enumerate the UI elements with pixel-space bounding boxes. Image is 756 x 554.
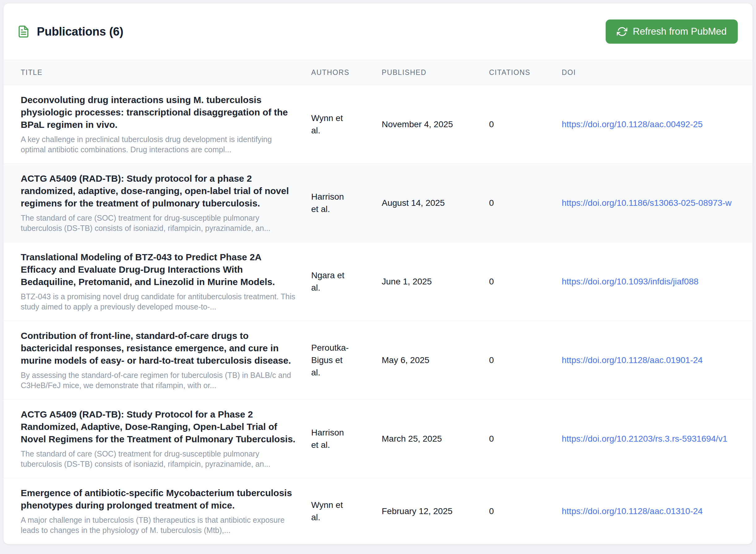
publication-title-cell: Deconvoluting drug interactions using M.… [21,94,311,155]
publication-doi-cell: https://doi.org/10.1093/infdis/jiaf088 [562,277,740,287]
publication-authors: Harrison et al. [311,191,353,215]
publication-citations-count: 0 [489,198,562,208]
doi-link[interactable]: https://doi.org/10.1128/aac.00492-25 [562,119,703,129]
publication-published-date: May 6, 2025 [382,355,489,365]
publication-citations-count: 0 [489,434,562,444]
column-header-doi: DOI [562,68,740,77]
table-row: ACTG A5409 (RAD-TB): Study Protocol for … [3,399,753,478]
publication-title: ACTG A5409 (RAD-TB): Study Protocol for … [21,408,296,445]
column-header-title: Title [21,68,311,77]
table-row: ACTG A5409 (RAD-TB): Study protocol for … [3,164,753,242]
table-row: Emergence of antibiotic-specific Mycobac… [3,478,753,544]
publication-excerpt: The standard of care (SOC) treatment for… [21,213,296,233]
table-row: Translational Modeling of BTZ-043 to Pre… [3,242,753,321]
publication-doi-cell: https://doi.org/10.1128/aac.01310-24 [562,506,740,516]
publication-citations-count: 0 [489,355,562,365]
publication-title-cell: Emergence of antibiotic-specific Mycobac… [21,487,311,536]
refresh-icon [617,26,627,37]
table-row: Contribution of front-line, standard-of-… [3,321,753,399]
card-header-left: Publications (6) [17,24,123,39]
publication-title: Contribution of front-line, standard-of-… [21,330,296,367]
publication-citations-count: 0 [489,506,562,516]
publication-authors: Wynn et al. [311,112,353,137]
publications-table-body: Deconvoluting drug interactions using M.… [3,85,753,544]
column-header-authors: Authors [311,68,382,77]
publication-authors: Wynn et al. [311,499,353,524]
publication-authors: Peroutka-Bigus et al. [311,342,353,379]
refresh-button-label: Refresh from PubMed [633,26,727,37]
publication-doi-cell: https://doi.org/10.1128/aac.00492-25 [562,119,740,129]
doi-link[interactable]: https://doi.org/10.1128/aac.01310-24 [562,506,703,516]
doi-link[interactable]: https://doi.org/10.1093/infdis/jiaf088 [562,277,698,286]
publication-citations-count: 0 [489,277,562,287]
table-header-row: Title Authors Published Citations DOI [3,60,753,85]
publication-published-date: November 4, 2025 [382,119,489,129]
doi-link[interactable]: https://doi.org/10.21203/rs.3.rs-5931694… [562,434,727,444]
refresh-from-pubmed-button[interactable]: Refresh from PubMed [606,19,738,44]
publication-doi-cell: https://doi.org/10.1128/aac.01901-24 [562,355,740,365]
publication-excerpt: A key challenge in preclinical tuberculo… [21,134,296,155]
publication-citations-count: 0 [489,119,562,129]
publication-excerpt: The standard of care (SOC) treatment for… [21,449,296,469]
publication-published-date: February 12, 2025 [382,506,489,516]
doi-link[interactable]: https://doi.org/10.1128/aac.01901-24 [562,355,703,365]
page-title: Publications (6) [37,25,123,38]
publication-title-cell: Translational Modeling of BTZ-043 to Pre… [21,251,311,312]
column-header-citations: Citations [489,68,562,77]
publications-card: Publications (6) Refresh from PubMed Tit… [3,3,753,544]
table-row: Deconvoluting drug interactions using M.… [3,85,753,164]
doi-link[interactable]: https://doi.org/10.1186/s13063-025-08973… [562,198,732,208]
publication-excerpt: A major challenge in tuberculosis (TB) t… [21,515,296,536]
publication-title: Deconvoluting drug interactions using M.… [21,94,296,131]
card-header: Publications (6) Refresh from PubMed [3,3,753,60]
publication-authors: Ngara et al. [311,269,353,294]
publication-title: ACTG A5409 (RAD-TB): Study protocol for … [21,172,296,210]
column-header-published: Published [382,68,489,77]
publication-published-date: March 25, 2025 [382,434,489,444]
publication-title: Translational Modeling of BTZ-043 to Pre… [21,251,296,288]
publication-published-date: August 14, 2025 [382,198,489,208]
publication-authors: Harrison et al. [311,427,353,451]
publication-title-cell: Contribution of front-line, standard-of-… [21,330,311,391]
publication-excerpt: BTZ-043 is a promising novel drug candid… [21,291,296,312]
publication-doi-cell: https://doi.org/10.1186/s13063-025-08973… [562,198,740,208]
publication-excerpt: By assessing the standard-of-care regime… [21,370,296,391]
publication-title: Emergence of antibiotic-specific Mycobac… [21,487,296,512]
publication-doi-cell: https://doi.org/10.21203/rs.3.rs-5931694… [562,434,740,444]
publication-title-cell: ACTG A5409 (RAD-TB): Study protocol for … [21,172,311,233]
document-icon [17,24,30,39]
publication-title-cell: ACTG A5409 (RAD-TB): Study Protocol for … [21,408,311,469]
publication-published-date: June 1, 2025 [382,277,489,287]
